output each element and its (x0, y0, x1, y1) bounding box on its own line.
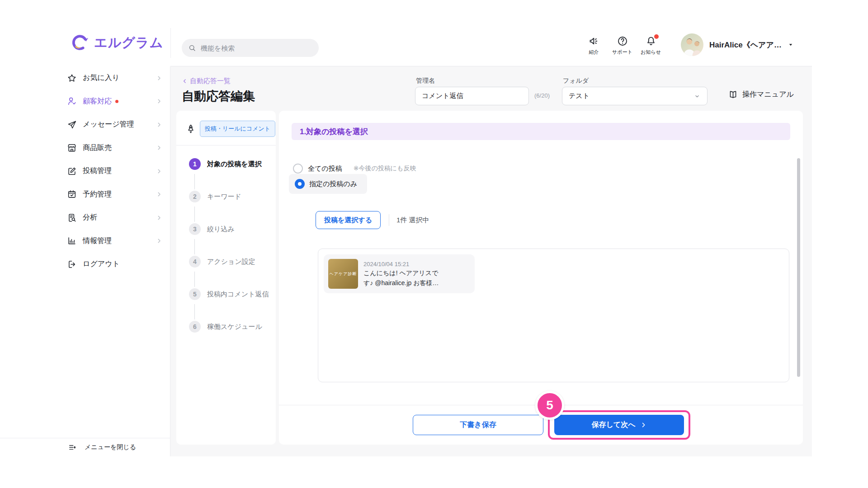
post-thumbnail-label: ヘアケア診断 (330, 271, 357, 277)
radio-specified-posts-label: 指定の投稿のみ (309, 180, 357, 188)
chevron-right-icon (156, 75, 163, 82)
post-caption-line: こんにちは! ヘアアリスで (363, 269, 439, 277)
avatar (681, 33, 703, 56)
step-number: 2 (189, 191, 201, 202)
step-label: 投稿内コメント返信 (207, 290, 269, 299)
person-icon (67, 96, 77, 106)
sidebar-item-label: 投稿管理 (83, 166, 112, 176)
admin-name-input[interactable] (415, 87, 529, 105)
step-3[interactable]: 3 絞り込み (189, 223, 235, 235)
manual-link[interactable]: 操作マニュアル (728, 89, 794, 100)
topbar-divider (170, 28, 171, 58)
step-label: アクション設定 (207, 258, 255, 266)
logout-icon (67, 259, 77, 269)
radio-unselected-icon[interactable] (293, 164, 303, 174)
step-connector (194, 304, 195, 319)
post-select-row: 投稿を選択する 1件 選択中 (316, 211, 429, 229)
sidebar-item-label: 情報管理 (83, 236, 112, 246)
post-caption-line: す♪ @hairalice.jp お客様… (363, 279, 439, 287)
sidebar-item-analysis[interactable]: 分析 (0, 206, 170, 230)
collapse-menu-label: メニューを閉じる (85, 443, 136, 451)
chevron-right-icon (156, 144, 163, 151)
step-connector (194, 174, 195, 189)
brand-logo[interactable]: エルグラム (71, 33, 163, 52)
content-panel: 1.対象の投稿を選択 全ての投稿 ※今後の投稿にも反映 指定の投稿のみ 投稿を選… (279, 111, 803, 445)
sidebar-item-customer-support[interactable]: 顧客対応 (0, 90, 170, 113)
account-menu[interactable]: HairAlice《ヘアア… (681, 33, 794, 56)
step-connector (194, 272, 195, 287)
radio-all-posts-label: 全ての投稿 (308, 164, 342, 173)
response-type-badge: 投稿・リールにコメント (200, 121, 275, 137)
step-6[interactable]: 6 稼働スケジュール (189, 321, 262, 333)
folder-value: テスト (569, 92, 590, 100)
save-and-next-button[interactable]: 保存して次へ (554, 415, 684, 435)
folder-select[interactable]: テスト (562, 87, 708, 105)
selected-post-card: ヘアケア診断 2024/10/04 15:21 こんにちは! ヘアアリスで す♪… (324, 254, 475, 293)
sidebar-item-reservation-management[interactable]: 予約管理 (0, 183, 170, 206)
step-1[interactable]: 1 対象の投稿を選択 (189, 158, 262, 170)
radio-all-posts[interactable]: 全ての投稿 ※今後の投稿にも反映 (293, 164, 416, 174)
notifications-label: お知らせ (641, 49, 661, 56)
app-window: エルグラム 紹介 サポート (0, 0, 868, 488)
sidebar-item-post-management[interactable]: 投稿管理 (0, 160, 170, 183)
selected-count: 1件 選択中 (389, 214, 429, 226)
collapse-menu-button[interactable]: メニューを閉じる (0, 438, 170, 456)
step-label: 絞り込み (207, 225, 235, 234)
shop-icon (67, 143, 77, 153)
tutorial-highlight-box: 保存して次へ (548, 410, 690, 440)
post-thumbnail: ヘアケア診断 (328, 259, 358, 289)
sidebar-item-label: 予約管理 (83, 190, 112, 199)
sidebar-item-label: ログアウト (83, 259, 120, 269)
tutorial-step-badge: 5 (535, 391, 564, 420)
rocket-icon (185, 123, 196, 134)
stepper-panel: 投稿・リールにコメント 1 対象の投稿を選択 2 キーワード 3 絞り込み 4 … (176, 111, 276, 445)
sidebar-item-label: お気に入り (83, 73, 119, 83)
star-icon (67, 73, 77, 83)
support-label: サポート (612, 49, 632, 56)
selected-posts-box: ヘアケア診断 2024/10/04 15:21 こんにちは! ヘアアリスで す♪… (318, 249, 789, 382)
radio-selected-icon[interactable] (295, 179, 305, 189)
sidebar-item-label: 分析 (83, 213, 97, 222)
help-icon (617, 35, 628, 47)
sidebar: お気に入り 顧客対応 メッセージ管理 (0, 66, 170, 456)
chevron-right-icon (156, 237, 163, 244)
chevron-right-icon (156, 168, 163, 175)
breadcrumb[interactable]: 自動応答一覧 (181, 77, 231, 85)
folder-label: フォルダ (563, 77, 589, 85)
admin-name-label: 管理名 (416, 77, 435, 85)
step-2[interactable]: 2 キーワード (189, 191, 241, 202)
response-type-row: 投稿・リールにコメント (176, 111, 276, 137)
radio-specified-posts[interactable]: 指定の投稿のみ (289, 174, 367, 194)
step-4[interactable]: 4 アクション設定 (189, 256, 255, 267)
vertical-scrollbar[interactable] (797, 158, 800, 377)
sidebar-item-logout[interactable]: ログアウト (0, 253, 170, 276)
page-title: 自動応答編集 (182, 88, 255, 104)
step-label: キーワード (207, 192, 241, 201)
sidebar-item-product-sales[interactable]: 商品販売 (0, 136, 170, 160)
section-header: 1.対象の投稿を選択 (292, 123, 790, 140)
search-bar[interactable] (182, 39, 319, 57)
step-number: 3 (189, 223, 201, 235)
sidebar-item-favorites[interactable]: お気に入り (0, 66, 170, 90)
brand-name: エルグラム (94, 34, 163, 52)
step-number: 1 (189, 158, 201, 170)
notifications-action[interactable]: お知らせ (637, 35, 665, 56)
save-draft-button[interactable]: 下書き保存 (413, 415, 543, 435)
search-input[interactable] (201, 44, 305, 52)
select-post-button[interactable]: 投稿を選択する (316, 211, 381, 229)
caret-down-icon (788, 42, 794, 48)
sidebar-item-information-management[interactable]: 情報管理 (0, 230, 170, 253)
stepper-divider (176, 145, 276, 145)
account-name: HairAlice《ヘアア… (709, 40, 782, 50)
step-number: 4 (189, 256, 201, 267)
post-date: 2024/10/04 15:21 (363, 261, 439, 267)
support-action[interactable]: サポート (608, 35, 637, 56)
collapse-menu-icon (68, 443, 77, 452)
referral-action[interactable]: 紹介 (580, 35, 608, 56)
step-5[interactable]: 5 投稿内コメント返信 (189, 288, 269, 300)
radio-all-posts-note: ※今後の投稿にも反映 (354, 164, 416, 173)
section-title: 1.対象の投稿を選択 (300, 127, 368, 137)
sidebar-item-message-management[interactable]: メッセージ管理 (0, 113, 170, 136)
search-icon (188, 44, 196, 52)
step-connector (194, 239, 195, 254)
